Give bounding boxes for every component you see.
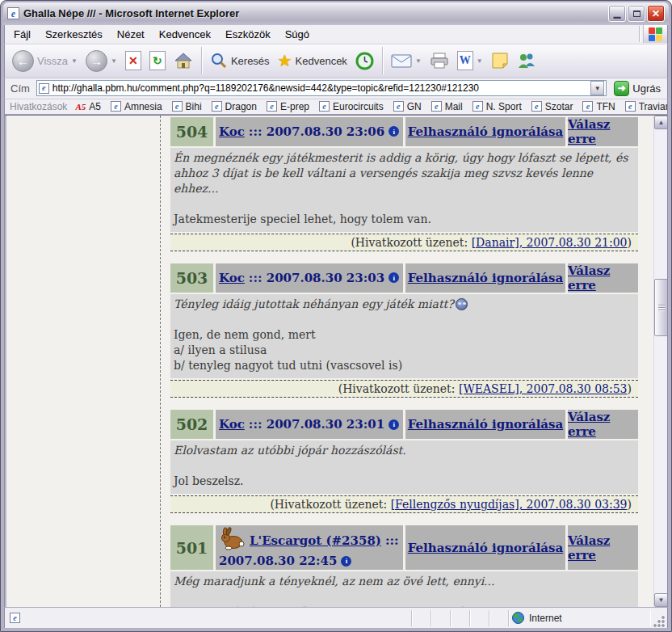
author-link[interactable]: L'Escargot (#2358) [250,533,381,548]
post-paragraph: Még maradjunk a tényeknél, az nem az övé… [174,574,630,589]
discuss-button[interactable] [489,50,511,71]
post-header-line: 2007.08.30 22:45i [219,554,400,568]
reply-link[interactable]: Válasz erre [568,263,638,293]
link-a5[interactable]: A5A5 [75,101,101,112]
stop-button[interactable]: ✕ [123,49,144,72]
search-label: Keresés [231,55,270,67]
link-tfn[interactable]: eTFN [582,101,615,112]
status-main-pane: e [6,610,412,626]
post-paragraph: Tényleg idáig jutottak néhányan egy játé… [174,297,630,312]
link-eurocircuits[interactable]: eEurocircuits [319,101,384,112]
resize-grip[interactable] [653,616,666,628]
link-e-prep[interactable]: eE-prep [267,101,309,112]
vertical-scrollbar[interactable]: ▲ ▼ [653,116,667,607]
reply-link[interactable]: Válasz erre [568,117,638,146]
forward-button[interactable]: → ▼ [83,48,120,74]
quoted-message-link[interactable]: [WEASEL], 2007.08.30 08:53 [459,382,628,395]
back-dropdown-icon[interactable]: ▼ [71,57,78,65]
menu-separator [639,26,640,42]
status-pane [431,610,451,626]
quoted-message-link[interactable]: [Fellengzős nyugdíjas], 2007.08.30 03:39 [391,498,628,511]
scroll-up-button[interactable]: ▲ [654,116,668,129]
menu-item-eszkozok[interactable]: Eszközök [218,26,278,43]
info-icon[interactable]: i [388,419,399,430]
home-button[interactable] [171,49,195,72]
menu-item-fajl[interactable]: Fájl [6,26,38,43]
post-number: 502 [170,410,213,439]
address-input[interactable]: e http://ghalla.pbm.hu/comment.php?q=118… [36,80,607,96]
ignore-user-link[interactable]: Felhasználó ignorálása [405,410,565,439]
menu-items: FájlSzerkesztésNézetKedvencekEszközökSúg… [6,28,317,40]
link-n-sport[interactable]: eN. Sport [472,101,522,112]
link-bihi[interactable]: eBihi [172,101,202,112]
post-body: Én megnéznék egy játékmesterit is addig … [170,148,638,232]
post-header-line: L'Escargot (#2358) ::: [219,527,400,554]
post-text: Jatekmesterije speciel lehet, hogy tolem… [174,213,431,225]
link-label: Bihi [186,101,202,112]
ie-page-icon: e [7,7,19,19]
link-label: Eurocircuits [333,101,384,112]
quoted-message-link[interactable]: [Danair], 2007.08.30 21:00 [472,236,628,249]
refresh-button[interactable]: ↻ [147,49,168,72]
post-header: Koc::: 2007.08.30 23:03i [216,263,403,293]
author-link[interactable]: Koc [219,271,245,285]
edit-dropdown-icon[interactable]: ▼ [477,57,483,65]
link-label: TFN [596,101,615,112]
forward-dropdown-icon[interactable]: ▼ [111,57,117,65]
back-label: Vissza [37,55,68,67]
link-mail[interactable]: eMail [431,101,463,112]
quoted-message: (Hivatkozott üzenet: [WEASEL], 2007.08.3… [170,380,638,398]
ignore-user-link[interactable]: Felhasználó ignorálása [405,525,565,570]
menu-item-kedvencek[interactable]: Kedvencek [152,26,218,43]
ie-page-icon: e [10,613,20,623]
link-gn[interactable]: eGN [393,101,422,112]
scrollbar-thumb[interactable] [654,279,668,336]
search-button[interactable]: Keresés [208,50,272,71]
ignore-user-label: Felhasználó ignorálása [408,124,564,139]
address-bar: Cím e http://ghalla.pbm.hu/comment.php?q… [4,78,668,99]
menu-bar: FájlSzerkesztésNézetKedvencekEszközökSúg… [4,25,668,44]
ignore-user-link[interactable]: Felhasználó ignorálása [405,263,565,293]
reply-link[interactable]: Válasz erre [568,410,638,439]
forum-posts: 504Koc::: 2007.08.30 23:06iFelhasználó i… [170,117,637,607]
mail-dropdown-icon[interactable]: ▼ [415,57,422,65]
author-link[interactable]: Koc [219,417,245,432]
post-date: ::: 2007.08.30 23:03 [249,271,384,285]
scroll-down-button[interactable]: ▼ [654,593,668,607]
history-button[interactable] [353,50,376,72]
author-link[interactable]: Koc [219,124,245,139]
zone-label: Internet [529,613,562,624]
menu-item-szerkesztes[interactable]: Szerkesztés [38,26,110,43]
reply-link[interactable]: Válasz erre [568,525,638,570]
mail-button[interactable]: ▼ [388,51,424,70]
print-icon [430,52,449,70]
info-icon[interactable]: i [341,556,351,567]
menu-item-nezet[interactable]: Nézet [110,26,152,43]
go-button[interactable]: ➜ Ugrás [611,80,664,97]
address-dropdown-button[interactable]: ▼ [590,81,604,95]
edit-button[interactable]: W ▼ [455,49,485,72]
link-dragon[interactable]: eDragon [212,101,257,112]
info-icon[interactable]: i [388,272,399,283]
status-pane [412,610,431,626]
link-label: N. Sport [486,101,522,112]
link-travian[interactable]: eTravian [625,101,668,112]
menu-item-sugo[interactable]: Súgó [278,26,317,43]
favorites-button[interactable]: ★ Kedvencek [275,51,350,70]
post-text: Én megnéznék egy játékmesterit is addig … [174,151,628,195]
back-button[interactable]: ← Vissza ▼ [10,48,80,74]
standard-toolbar: ← Vissza ▼ → ▼ ✕ ↻ Keresés ★ Kedvencek [4,44,668,78]
messenger-button[interactable] [514,50,539,71]
post-date: 2007.08.30 22:45 [219,554,337,568]
maximize-button[interactable] [628,5,645,22]
search-icon [210,52,228,70]
reply-label: Válasz erre [568,263,638,293]
print-button[interactable] [427,50,452,71]
address-label: Cím [8,82,32,95]
minimize-button[interactable]: ▁ [608,5,626,22]
link-szotar[interactable]: eSzotar [531,101,573,112]
ignore-user-link[interactable]: Felhasználó ignorálása [405,117,565,146]
close-button[interactable]: ✕ [647,5,665,22]
info-icon[interactable]: i [388,126,399,137]
link-amnesia[interactable]: eAmnesia [111,101,162,112]
